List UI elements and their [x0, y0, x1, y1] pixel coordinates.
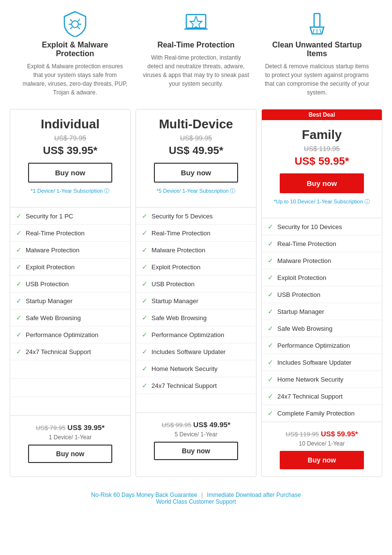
check-icon: ✓ [16, 331, 22, 339]
info-icon[interactable]: ⓘ [104, 188, 109, 194]
footer-subscription: 5 Device/ 1-Year [143, 431, 249, 438]
empty-feature-row [136, 394, 256, 413]
feature-label: 24x7 Technical Support [26, 348, 91, 355]
feature-label: USB Protection [277, 291, 320, 298]
buy-button-bottom[interactable]: Buy now [280, 451, 364, 469]
feature-label: Security for 5 Devices [151, 213, 212, 220]
feature-row: ✓ Malware Protection [262, 252, 382, 269]
plan-original-price: US$ 99.95 [143, 134, 249, 142]
feature-label: Complete Family Protection [277, 410, 355, 417]
broom-icon [303, 10, 331, 37]
best-deal-badge: Best Deal [262, 109, 382, 120]
feature-row: ✓ Home Network Security [136, 360, 256, 377]
feature-label: 24x7 Technical Support [151, 382, 217, 389]
feature-row: ✓ Exploit Protection [262, 269, 382, 286]
feature-list-family: ✓ Security for 10 Devices ✓ Real-Time Pr… [262, 218, 382, 422]
guarantee-text: No-Risk 60 Days Money Back Guarantee [91, 492, 197, 498]
svg-line-10 [313, 29, 314, 33]
feature-label: Real-Time Protection [277, 240, 336, 247]
feature-row: ✓ Performance Optimization [262, 337, 382, 354]
footer-subscription: 10 Device/ 1-Year [269, 440, 375, 447]
feature-realtime: Real-Time Protection With Real-time prot… [136, 10, 256, 97]
check-icon: ✓ [268, 257, 273, 264]
buy-button-top[interactable]: Buy now [280, 173, 364, 193]
exploit-desc: Exploit & Malware protection ensures tha… [22, 62, 128, 97]
check-icon: ✓ [142, 348, 148, 355]
feature-exploit: Exploit & Malware Protection Exploit & M… [15, 10, 136, 97]
feature-startup: Clean Unwanted Startup Items Detect & re… [256, 10, 377, 97]
feature-label: Safe Web Browsing [26, 314, 81, 322]
check-icon: ✓ [268, 223, 273, 231]
plan-name: Family [269, 127, 375, 142]
feature-label: Startup Manager [26, 297, 73, 305]
svg-point-0 [72, 21, 78, 28]
svg-rect-9 [314, 14, 320, 27]
check-icon: ✓ [268, 324, 273, 332]
feature-label: Real-Time Protection [151, 230, 211, 237]
exploit-title: Exploit & Malware Protection [22, 41, 128, 58]
info-icon[interactable]: ⓘ [364, 199, 370, 204]
buy-button-bottom[interactable]: Buy now [28, 445, 112, 463]
feature-row: ✓ Real-Time Protection [262, 235, 382, 252]
laptop-shield-icon [182, 10, 210, 37]
feature-label: Security for 10 Devices [277, 223, 342, 231]
feature-label: Performance Optimization [277, 342, 350, 349]
check-icon: ✓ [16, 314, 22, 322]
feature-label: Malware Protection [151, 247, 205, 254]
svg-line-1 [70, 19, 72, 21]
feature-row: ✓ Security for 5 Devices [136, 208, 256, 225]
feature-row: ✓ Safe Web Browsing [10, 309, 130, 326]
check-icon: ✓ [16, 229, 22, 237]
download-text: Immediate Download after Purchase [207, 492, 301, 498]
feature-label: 24x7 Technical Support [277, 393, 343, 400]
feature-label: Startup Manager [277, 308, 324, 315]
check-icon: ✓ [268, 274, 273, 281]
footer-current-price: US$ 59.95* [321, 430, 358, 438]
feature-row: ✓ Real-Time Protection [10, 225, 130, 242]
plan-card-family: Best Deal Family US$ 119.95 US$ 59.95* B… [261, 109, 382, 477]
svg-line-2 [78, 19, 80, 21]
feature-label: Real-Time Protection [26, 230, 85, 237]
check-icon: ✓ [268, 341, 273, 349]
check-icon: ✓ [142, 212, 148, 220]
check-icon: ✓ [268, 409, 273, 417]
feature-row: ✓ Startup Manager [10, 293, 130, 309]
plan-header-individual: Individual US$ 79.95 US$ 39.95* Buy now … [10, 109, 130, 207]
feature-row: ✓ Safe Web Browsing [136, 309, 256, 326]
feature-row: ✓ Real-Time Protection [136, 225, 256, 242]
plan-footer-individual: US$ 79.95 US$ 39.95* 1 Device/ 1-Year Bu… [10, 416, 130, 470]
plan-price: US$ 59.95* [269, 155, 375, 168]
feature-row: ✓ Includes Software Updater [136, 343, 256, 360]
info-icon[interactable]: ⓘ [230, 188, 235, 194]
feature-label: USB Protection [151, 280, 195, 288]
buy-button-top[interactable]: Buy now [28, 163, 112, 183]
footer-original-price: US$ 79.95 [36, 424, 65, 432]
feature-row: ✓ Exploit Protection [136, 259, 256, 276]
footer-original-price: US$ 119.95 [286, 431, 319, 438]
feature-row: ✓ Complete Family Protection [262, 405, 382, 422]
empty-feature-row [10, 397, 130, 416]
pricing-section: Individual US$ 79.95 US$ 39.95* Buy now … [0, 102, 392, 484]
startup-title: Clean Unwanted Startup Items [264, 41, 370, 58]
feature-row: ✓ Includes Software Updater [262, 354, 382, 371]
buy-button-bottom[interactable]: Buy now [154, 442, 238, 460]
feature-label: Security for 1 PC [26, 213, 73, 220]
feature-label: Malware Protection [277, 257, 331, 264]
feature-row: ✓ Performance Optimization [136, 326, 256, 343]
buy-button-top[interactable]: Buy now [154, 163, 238, 183]
plan-card-individual: Individual US$ 79.95 US$ 39.95* Buy now … [10, 109, 131, 477]
footer-price-row: US$ 79.95 US$ 39.95* [17, 423, 123, 432]
feature-label: Home Network Security [277, 376, 344, 383]
plan-price: US$ 39.95* [17, 144, 123, 157]
support-text: World Class Customer Support [156, 498, 236, 505]
plan-card-multi-device: Multi-Device US$ 99.95 US$ 49.95* Buy no… [136, 109, 256, 477]
svg-line-4 [78, 27, 80, 29]
check-icon: ✓ [268, 308, 273, 315]
feature-label: Safe Web Browsing [151, 314, 207, 322]
feature-label: USB Protection [26, 280, 69, 288]
check-icon: ✓ [268, 291, 273, 298]
feature-row: ✓ Performance Optimization [10, 326, 130, 343]
feature-label: Safe Web Browsing [277, 325, 332, 332]
realtime-desc: With Real-time protection, instantly det… [143, 53, 249, 88]
feature-row: ✓ Startup Manager [262, 303, 382, 320]
